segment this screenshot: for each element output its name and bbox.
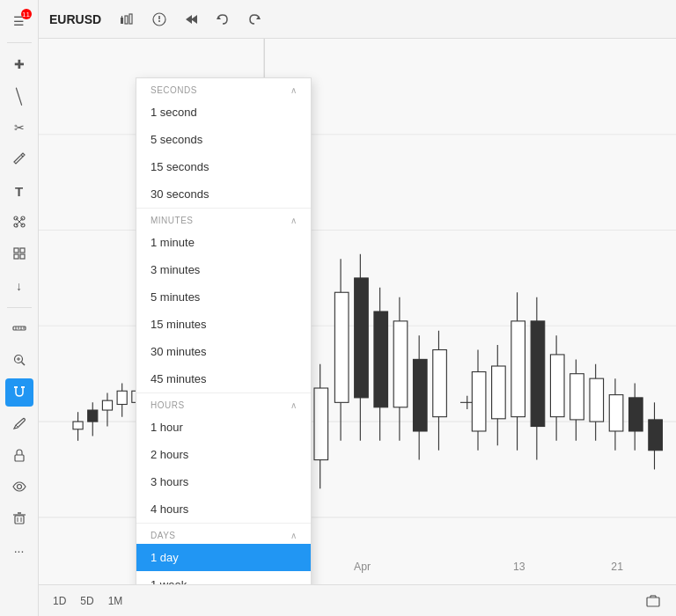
indicators-button[interactable]: [147, 7, 172, 32]
rewind-button[interactable]: [179, 7, 203, 32]
chart-type-button[interactable]: [115, 7, 140, 32]
15-seconds-item[interactable]: 15 seconds: [136, 153, 311, 180]
svg-text:Apr: Apr: [354, 561, 371, 573]
1m-button[interactable]: 1M: [105, 593, 127, 609]
svg-rect-31: [129, 14, 132, 24]
hours-section-header[interactable]: HOURS ∧: [136, 392, 311, 414]
delete-icon: [12, 511, 26, 528]
svg-rect-55: [117, 391, 127, 404]
days-label: DAYS: [151, 531, 176, 540]
svg-rect-51: [88, 410, 98, 422]
seconds-section-header[interactable]: SECONDS ∧: [136, 78, 311, 99]
node-icon: [12, 215, 26, 231]
45-minutes-item[interactable]: 45 minutes: [136, 365, 311, 392]
pen-icon: [12, 151, 26, 168]
line-tool-icon: ╱: [10, 87, 28, 106]
svg-rect-91: [433, 350, 447, 417]
toolbar-separator-1: [7, 42, 32, 43]
arrow-button[interactable]: ↓: [5, 272, 33, 300]
svg-text:13: 13: [513, 561, 525, 573]
svg-line-21: [16, 425, 18, 427]
more-button[interactable]: ···: [5, 537, 33, 565]
menu-button[interactable]: ☰ 11: [5, 7, 33, 35]
ruler-icon: [12, 321, 26, 338]
minutes-chevron: ∧: [290, 216, 298, 225]
more-icon: ···: [14, 544, 25, 558]
svg-rect-29: [121, 18, 123, 24]
main-content: EURUSD: [39, 0, 676, 616]
5-seconds-item[interactable]: 5 seconds: [136, 126, 311, 153]
layout-button[interactable]: [5, 240, 33, 268]
notification-badge: 11: [21, 9, 32, 19]
1-week-item[interactable]: 1 week: [136, 571, 311, 584]
zoom-button[interactable]: [5, 347, 33, 375]
5-minutes-item[interactable]: 5 minutes: [136, 283, 311, 311]
svg-rect-85: [374, 312, 388, 407]
left-toolbar: ☰ 11 ✚ ╱ ✂ T ↓: [0, 0, 39, 616]
svg-rect-9: [20, 254, 25, 259]
svg-marker-38: [191, 15, 197, 24]
svg-point-36: [158, 20, 160, 22]
svg-rect-7: [20, 248, 25, 253]
symbol-label: EURUSD: [49, 12, 101, 26]
svg-rect-49: [73, 422, 83, 429]
svg-rect-79: [314, 388, 328, 460]
bottom-bar: 1D 5D 1M: [39, 584, 676, 616]
1-minute-item[interactable]: 1 minute: [136, 229, 311, 256]
4-hours-item[interactable]: 4 hours: [136, 495, 311, 523]
seconds-label: SECONDS: [151, 85, 197, 95]
draw-button[interactable]: [5, 410, 33, 438]
3-minutes-item[interactable]: 3 minutes: [136, 256, 311, 283]
delete-button[interactable]: [5, 505, 33, 533]
1d-button[interactable]: 1D: [49, 593, 70, 609]
svg-rect-30: [125, 16, 128, 24]
svg-text:21: 21: [611, 561, 623, 573]
svg-rect-95: [472, 372, 486, 431]
svg-rect-53: [102, 400, 112, 410]
ruler-button[interactable]: [5, 315, 33, 343]
top-bar: EURUSD: [39, 0, 676, 39]
toolbar-separator-2: [7, 307, 32, 308]
2-hours-item[interactable]: 2 hours: [136, 441, 311, 468]
node-button[interactable]: [5, 209, 33, 237]
3-hours-item[interactable]: 3 hours: [136, 468, 311, 495]
30-minutes-item[interactable]: 30 minutes: [136, 338, 311, 365]
5d-button[interactable]: 5D: [77, 593, 97, 609]
svg-rect-107: [590, 378, 604, 422]
svg-rect-6: [14, 248, 18, 253]
text-button[interactable]: T: [5, 177, 33, 205]
svg-rect-97: [492, 366, 506, 419]
15-minutes-item[interactable]: 15 minutes: [136, 311, 311, 338]
screenshot-button[interactable]: [641, 589, 665, 613]
minutes-section-header[interactable]: MINUTES ∧: [136, 208, 311, 229]
pen-button[interactable]: [5, 145, 33, 173]
scissors-icon: ✂: [14, 121, 25, 135]
1-day-item[interactable]: 1 day: [136, 544, 311, 571]
undo-button[interactable]: [210, 7, 235, 32]
svg-rect-24: [15, 516, 24, 524]
layout-icon: [12, 246, 26, 263]
svg-line-16: [21, 362, 25, 365]
svg-rect-99: [511, 321, 525, 417]
svg-rect-101: [531, 321, 545, 427]
hours-chevron: ∧: [290, 400, 298, 410]
candlestick-chart: 24 Apr 13 21: [39, 39, 676, 584]
1-hour-item[interactable]: 1 hour: [136, 414, 311, 441]
lock-button[interactable]: [5, 442, 33, 470]
seconds-chevron: ∧: [290, 85, 298, 95]
crosshair-button[interactable]: ✚: [5, 50, 33, 78]
days-section-header[interactable]: DAYS ∧: [136, 523, 311, 544]
minutes-label: MINUTES: [151, 216, 194, 225]
redo-button[interactable]: [242, 7, 267, 32]
1-second-item[interactable]: 1 second: [136, 99, 311, 126]
svg-rect-83: [355, 278, 369, 398]
days-chevron: ∧: [290, 531, 298, 540]
eye-button[interactable]: [5, 473, 33, 502]
line-tool-button[interactable]: ╱: [5, 82, 33, 110]
crosshair-icon: ✚: [14, 57, 25, 71]
svg-rect-105: [570, 374, 584, 420]
scissors-button[interactable]: ✂: [5, 114, 33, 142]
30-seconds-item[interactable]: 30 seconds: [136, 180, 311, 208]
magnet-button[interactable]: [5, 378, 33, 407]
chart-area: 24 Apr 13 21 SECONDS ∧ 1 second 5 second…: [39, 39, 676, 584]
